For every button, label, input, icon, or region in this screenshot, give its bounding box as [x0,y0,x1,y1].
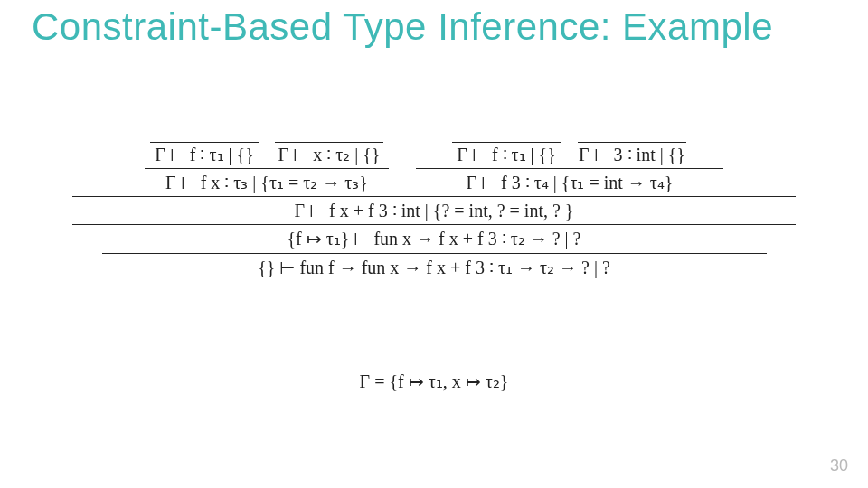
page-number: 30 [830,456,848,475]
gamma-def-text: Γ = {f ↦ τ₁, x ↦ τ₂} [358,371,511,391]
judgement-fx: Γ ⊢ f x ∶ τ₃ | {τ₁ = τ₂ → τ₃} [164,172,370,193]
axiom-x-tau2: Γ ⊢ x ∶ τ₂ | {} [275,140,383,165]
rule-line [150,142,259,143]
subproof-fx: Γ ⊢ f ∶ τ₁ | {} Γ ⊢ x ∶ τ₂ | {} Γ ⊢ f x … [145,140,389,193]
rule-line [102,253,767,254]
axiom-3-int: Γ ⊢ 3 ∶ int | {} [577,140,687,165]
subproof-fx-premises: Γ ⊢ f ∶ τ₁ | {} Γ ⊢ x ∶ τ₂ | {} [150,140,383,165]
rule-line [578,142,686,143]
judgement-plus: Γ ⊢ f x + f 3 ∶ int | {? = int, ? = int,… [293,200,576,221]
axiom-f-tau1-right: Γ ⊢ f ∶ τ₁ | {} [452,140,561,165]
judgement: Γ ⊢ 3 ∶ int | {} [577,144,687,165]
rule-line [72,196,796,197]
judgement: Γ ⊢ x ∶ τ₂ | {} [277,144,382,165]
judgement: Γ ⊢ f ∶ τ₁ | {} [153,144,255,165]
judgement: Γ ⊢ f ∶ τ₁ | {} [455,144,557,165]
rule-line [145,168,389,169]
subproof-f3: Γ ⊢ f ∶ τ₁ | {} Γ ⊢ 3 ∶ int | {} Γ ⊢ f 3… [416,140,723,193]
slide-title: Constraint-Based Type Inference: Example [32,5,773,49]
rule-line [72,224,796,225]
rule-line [416,168,723,169]
axiom-f-tau1-left: Γ ⊢ f ∶ τ₁ | {} [150,140,259,165]
proof-tree: Γ ⊢ f ∶ τ₁ | {} Γ ⊢ x ∶ τ₂ | {} Γ ⊢ f x … [0,140,868,278]
slide: Constraint-Based Type Inference: Example… [0,0,868,488]
subproof-f3-premises: Γ ⊢ f ∶ τ₁ | {} Γ ⊢ 3 ∶ int | {} [452,140,687,165]
judgement-f3: Γ ⊢ f 3 ∶ τ₄ | {τ₁ = int → τ₄} [465,172,675,193]
judgement-fun-f: {} ⊢ fun f → fun x → f x + f 3 ∶ τ₁ → τ₂… [256,257,612,278]
proof-top-row: Γ ⊢ f ∶ τ₁ | {} Γ ⊢ x ∶ τ₂ | {} Γ ⊢ f x … [145,140,723,193]
rule-line [452,142,561,143]
gamma-definition: Γ = {f ↦ τ₁, x ↦ τ₂} [0,371,868,392]
judgement-fun-x: {f ↦ τ₁} ⊢ fun x → f x + f 3 ∶ τ₂ → ? | … [286,228,583,249]
rule-line [275,142,383,143]
